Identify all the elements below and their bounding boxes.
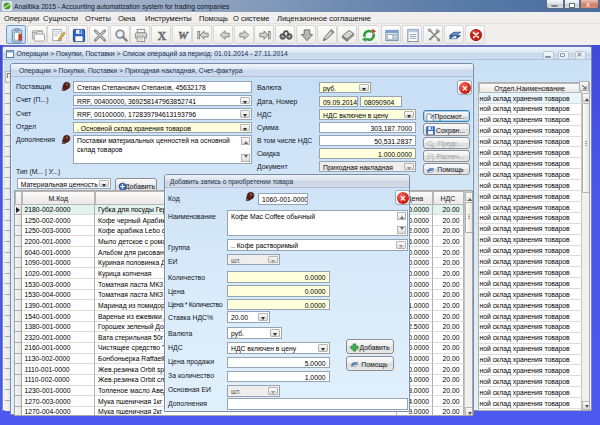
svg-text:W: W (178, 29, 189, 41)
svg-text:X: X (157, 29, 166, 43)
